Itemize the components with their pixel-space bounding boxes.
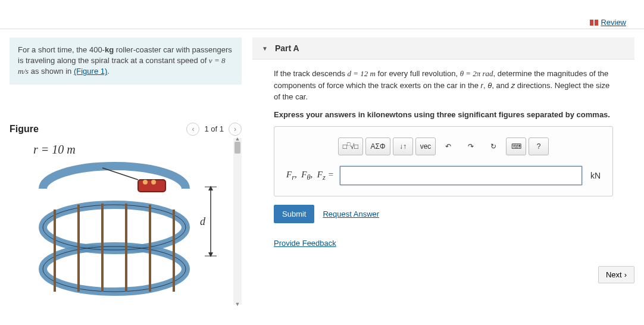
svg-rect-1 [595, 20, 598, 26]
question-text: If the track descends d = 12 m for every… [274, 68, 613, 103]
figure-counter: 1 of 1 [204, 124, 224, 133]
answer-label: Fr, Fθ, Fz = [286, 170, 334, 182]
review-link[interactable]: Review [590, 18, 626, 27]
chevron-right-icon: › [624, 270, 627, 279]
templates-button[interactable]: □□√□ [338, 138, 363, 155]
reset-button[interactable]: ↻ [483, 138, 504, 155]
part-header[interactable]: ▼ Part A [252, 38, 634, 60]
next-label: Next [606, 270, 622, 279]
vec-button[interactable]: vec [415, 138, 436, 155]
equation-toolbar: □□√□ ΑΣΦ ↓↑ vec ↶ ↷ ↻ ⌨ ? [286, 138, 601, 155]
redo-button[interactable]: ↷ [461, 138, 481, 155]
spiral-track-diagram [31, 156, 210, 305]
templates-icon: □□√□ [343, 142, 359, 151]
provide-feedback-link[interactable]: Provide Feedback [274, 239, 336, 248]
svg-marker-18 [208, 252, 213, 257]
svg-marker-17 [208, 186, 213, 190]
problem-statement: For a short time, the 400-kg roller-coas… [10, 38, 242, 85]
figure-canvas: ▲ ▼ r = 10 m [10, 138, 242, 305]
figure-prev-button[interactable]: ‹ [186, 123, 199, 136]
unit-label: kN [590, 171, 601, 180]
answer-instruction: Express your answers in kilonewtons usin… [274, 109, 613, 121]
request-answer-link[interactable]: Request Answer [323, 210, 379, 218]
answer-box: □□√□ ΑΣΦ ↓↑ vec ↶ ↷ ↻ ⌨ ? Fr, Fθ, Fz = k… [274, 126, 613, 196]
undo-button[interactable]: ↶ [438, 138, 458, 155]
divider [0, 29, 644, 29]
svg-point-13 [143, 180, 148, 185]
d-label: d [200, 215, 205, 228]
flag-icon [590, 20, 598, 26]
caret-down-icon: ▼ [262, 45, 268, 52]
part-label: Part A [275, 43, 299, 53]
svg-rect-0 [590, 20, 593, 26]
subsup-button[interactable]: ↓↑ [393, 138, 413, 155]
review-label: Review [601, 18, 626, 27]
scrollbar-thumb[interactable] [235, 142, 240, 154]
d-dimension-arrow [205, 186, 217, 257]
submit-button[interactable]: Submit [274, 205, 314, 223]
scroll-up-icon[interactable]: ▲ [235, 136, 240, 142]
figure-link[interactable]: (Figure 1) [74, 67, 107, 76]
radius-label: r = 10 m [33, 143, 76, 157]
greek-button[interactable]: ΑΣΦ [365, 138, 390, 155]
svg-point-14 [151, 180, 156, 185]
figure-next-button[interactable]: › [229, 123, 242, 136]
help-button[interactable]: ? [529, 138, 549, 155]
next-button[interactable]: Next › [598, 266, 634, 283]
scroll-down-icon[interactable]: ▼ [235, 301, 240, 307]
keyboard-button[interactable]: ⌨ [506, 138, 526, 155]
figure-title: Figure [10, 124, 39, 135]
answer-input[interactable] [340, 166, 582, 185]
